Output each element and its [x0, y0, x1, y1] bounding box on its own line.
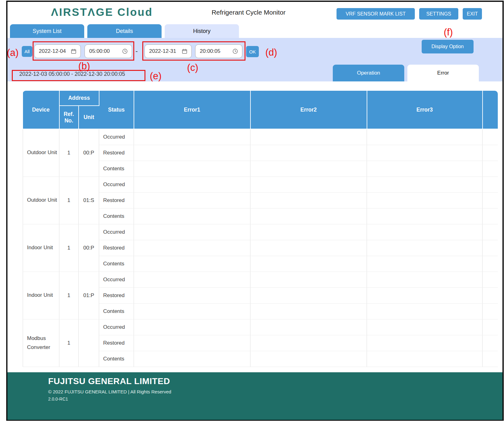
error1-cell — [134, 177, 250, 192]
status-cell: Occurred — [99, 272, 134, 287]
header-error1: Error1 — [134, 91, 250, 129]
error3-cell — [367, 240, 483, 256]
ok-button[interactable]: OK — [246, 46, 259, 57]
table-header: Device Address Status Error1 Error2 Erro… — [23, 91, 498, 129]
error2-cell — [250, 287, 367, 303]
screenshot-canvas: ΛIRSTΛGE Cloud Refrigerant Cycle Monitor… — [0, 0, 504, 422]
status-cell: Contents — [99, 161, 134, 177]
app-footer: FUJITSU GENERAL LIMITED © 2022 FUJITSU G… — [7, 372, 502, 420]
settings-button[interactable]: SETTINGS — [419, 8, 458, 20]
status-cell: Restored — [99, 287, 134, 303]
spacer-cell — [483, 224, 498, 240]
error3-cell — [367, 272, 483, 287]
tab-details[interactable]: Details — [87, 24, 162, 38]
page-title: Refrigerant Cycle Monitor — [212, 9, 286, 16]
error1-cell — [134, 240, 250, 256]
annotation-label-b: (b) — [78, 61, 90, 72]
annotation-label-e: (e) — [150, 71, 162, 82]
header-address: Address — [59, 91, 99, 106]
error1-cell — [134, 129, 250, 145]
header-status: Status — [99, 91, 134, 129]
device-cell: Indoor Unit — [23, 272, 59, 319]
device-cell: Modbus Converter — [23, 319, 59, 367]
error3-cell — [367, 192, 483, 208]
error3-cell — [367, 224, 483, 240]
range-separator: - — [135, 47, 138, 55]
spacer-cell — [483, 256, 498, 272]
unit-cell — [79, 319, 99, 367]
device-group: Outdoor Unit100:POccurredRestoredContent… — [23, 129, 498, 177]
footer-company: FUJITSU GENERAL LIMITED — [48, 376, 502, 386]
spacer-cell — [483, 129, 498, 145]
annotation-label-c: (c) — [187, 62, 198, 73]
header-ref-no: Ref. No. — [59, 106, 79, 129]
airstage-cloud-logo: ΛIRSTΛGE Cloud — [51, 6, 153, 18]
unit-cell: 00:P — [79, 129, 99, 177]
tab-system-list[interactable]: System List — [10, 24, 84, 38]
error2-cell — [250, 256, 367, 272]
error3-cell — [367, 208, 483, 224]
error3-cell — [367, 161, 483, 177]
error2-cell — [250, 161, 367, 177]
all-button[interactable]: All — [22, 46, 32, 57]
error3-cell — [367, 335, 483, 351]
spacer-cell — [483, 208, 498, 224]
tab-error[interactable]: Error — [407, 65, 479, 81]
spacer-cell — [483, 287, 498, 303]
annotation-label-f: (f) — [444, 27, 453, 38]
header-error3: Error3 — [367, 91, 483, 129]
status-cell: Contents — [99, 351, 134, 367]
app-header: ΛIRSTΛGE Cloud Refrigerant Cycle Monitor… — [7, 2, 502, 24]
table-row: Modbus Converter1Occurred — [23, 319, 498, 335]
table-area: Device Address Status Error1 Error2 Erro… — [7, 81, 502, 372]
main-tab-bar: System List Details History — [7, 24, 502, 38]
ref-no-cell: 1 — [59, 272, 79, 319]
spacer-cell — [483, 335, 498, 351]
vrf-sensor-mark-list-button[interactable]: VRF SENSOR MARK LIST — [337, 8, 415, 20]
status-cell: Restored — [99, 145, 134, 161]
ref-no-cell: 1 — [59, 177, 79, 224]
error2-cell — [250, 240, 367, 256]
error1-cell — [134, 319, 250, 335]
annotation-label-d: (d) — [265, 47, 277, 58]
status-cell: Occurred — [99, 129, 134, 145]
spacer-cell — [483, 303, 498, 319]
table-row: Indoor Unit100:POccurred — [23, 224, 498, 240]
error2-cell — [250, 272, 367, 287]
table-row: Outdoor Unit100:POccurred — [23, 129, 498, 145]
tab-history[interactable]: History — [165, 24, 239, 38]
spacer-cell — [483, 319, 498, 335]
error3-cell — [367, 319, 483, 335]
ref-no-cell: 1 — [59, 224, 79, 272]
error2-cell — [250, 303, 367, 319]
header-device: Device — [23, 91, 59, 129]
error3-cell — [367, 303, 483, 319]
error1-cell — [134, 192, 250, 208]
error-history-table-wrap: Device Address Status Error1 Error2 Erro… — [23, 91, 498, 367]
history-type-tabs: Operation Error — [333, 65, 479, 81]
annotation-box-b — [33, 41, 134, 61]
error2-cell — [250, 129, 367, 145]
error3-cell — [367, 351, 483, 367]
unit-cell: 01:S — [79, 177, 99, 224]
table-row: Indoor Unit101:POccurred — [23, 272, 498, 287]
spacer-cell — [483, 240, 498, 256]
error3-cell — [367, 129, 483, 145]
error3-cell — [367, 177, 483, 192]
error2-cell — [250, 224, 367, 240]
unit-cell: 00:P — [79, 224, 99, 272]
header-unit: Unit — [79, 106, 99, 129]
exit-button[interactable]: EXIT — [463, 8, 482, 20]
display-option-button[interactable]: Display Option — [422, 40, 474, 53]
device-group: Indoor Unit101:POccurredRestoredContents — [23, 272, 498, 319]
error1-cell — [134, 256, 250, 272]
error1-cell — [134, 303, 250, 319]
spacer-cell — [483, 272, 498, 287]
tab-operation[interactable]: Operation — [333, 65, 404, 81]
error2-cell — [250, 335, 367, 351]
error1-cell — [134, 272, 250, 287]
error1-cell — [134, 335, 250, 351]
header-spacer — [483, 91, 498, 129]
error2-cell — [250, 351, 367, 367]
status-cell: Contents — [99, 208, 134, 224]
